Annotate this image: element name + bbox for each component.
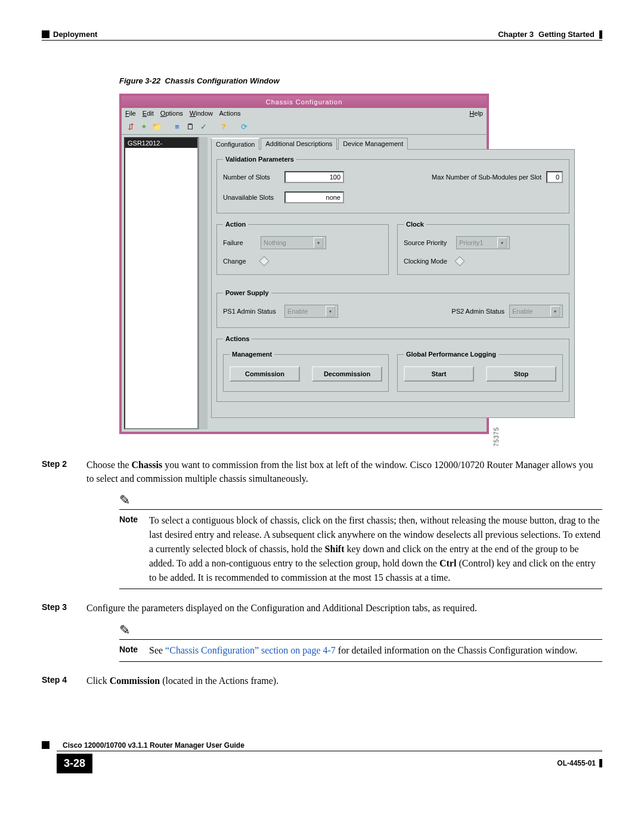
actions-group: Actions Management Commission Decommissi… — [216, 335, 569, 402]
failure-dropdown[interactable]: Nothing ▾ — [261, 236, 326, 249]
step-3: Step 3 Configure the parameters displaye… — [42, 601, 602, 615]
note-label: Note — [119, 643, 149, 658]
cross-reference-link[interactable]: “Chassis Configuration” section on page … — [165, 645, 336, 655]
chassis-listbox[interactable]: GSR12012- — [124, 137, 199, 429]
section-name: Deployment — [53, 30, 97, 39]
menu-options[interactable]: Options — [160, 110, 183, 117]
step-label: Step 3 — [42, 601, 86, 615]
step-body: Choose the Chassis you want to commissio… — [86, 458, 602, 485]
step-body: Configure the parameters displayed on th… — [86, 601, 602, 615]
figure-title: Chassis Configuration Window — [165, 76, 280, 85]
listbox-scrollbar[interactable] — [199, 137, 208, 429]
list-item[interactable]: GSR12012- — [125, 138, 197, 148]
page-number: 3-28 — [57, 754, 92, 773]
clock-legend: Clock — [404, 221, 426, 228]
step-label: Step 4 — [42, 674, 86, 688]
commission-button[interactable]: Commission — [230, 366, 300, 382]
menu-edit[interactable]: Edit — [143, 110, 154, 117]
note-icon: ✎ — [119, 493, 602, 508]
ps1-dropdown[interactable]: Enable ▾ — [284, 305, 338, 318]
chevron-down-icon: ▾ — [314, 237, 323, 248]
validation-parameters-group: Validation Parameters Number of Slots 10… — [216, 156, 569, 213]
tab-device-management[interactable]: Device Management — [338, 138, 408, 150]
clocking-mode-label: Clocking Mode — [404, 258, 451, 265]
stop-button[interactable]: Stop — [486, 366, 556, 382]
change-label: Change — [223, 258, 256, 265]
note-2: ✎ Note See “Chassis Configuration” secti… — [119, 623, 602, 662]
decommission-button[interactable]: Decommission — [312, 366, 382, 382]
figure-label: Figure 3-22 — [119, 76, 160, 85]
menu-help[interactable]: Help — [469, 110, 483, 117]
toolbar-icon-4[interactable]: ≡ — [172, 121, 182, 132]
menu-window[interactable]: Window — [190, 110, 213, 117]
max-sub-label: Max Number of Sub-Modules per Slot — [432, 174, 541, 181]
toolbar-icon-2[interactable]: ✦ — [138, 121, 149, 132]
step-4: Step 4 Click Commission (located in the … — [42, 674, 602, 688]
management-legend: Management — [230, 351, 274, 358]
clocking-mode-toggle[interactable] — [455, 256, 465, 267]
actions-legend: Actions — [223, 335, 252, 342]
tab-configuration[interactable]: Configuration — [211, 138, 259, 150]
menubar: File Edit Options Window Actions Help — [122, 108, 487, 119]
note-label: Note — [119, 513, 149, 585]
note-icon: ✎ — [119, 623, 602, 638]
figure-id-number: 75375 — [493, 427, 500, 447]
step-label: Step 2 — [42, 458, 86, 485]
footer-guide-title: Cisco 12000/10700 v3.1.1 Router Manager … — [57, 741, 602, 751]
start-button[interactable]: Start — [404, 366, 474, 382]
menu-file[interactable]: File — [125, 110, 136, 117]
action-legend: Action — [223, 221, 248, 228]
num-slots-label: Number of Slots — [223, 174, 280, 181]
toolbar-icon-5[interactable]: 🗒 — [185, 121, 196, 132]
chapter-title: Getting Started — [538, 30, 595, 39]
unavail-label: Unavailable Slots — [223, 194, 280, 201]
global-perf-logging-group: Global Performance Logging Start Stop — [397, 351, 563, 392]
window-title: Chassis Configuration — [266, 98, 343, 106]
step-2: Step 2 Choose the Chassis you want to co… — [42, 458, 602, 485]
note-body: To select a contiguous block of chassis,… — [149, 513, 602, 585]
page-header: Deployment Chapter 3 Getting Started — [42, 30, 602, 41]
page-footer: Cisco 12000/10700 v3.1.1 Router Manager … — [42, 741, 602, 773]
gpl-legend: Global Performance Logging — [404, 351, 499, 358]
toolbar-icon-3[interactable]: 📁 — [151, 121, 162, 132]
failure-value: Nothing — [264, 239, 286, 246]
toolbar-icon-1[interactable]: ⇵ — [125, 121, 136, 132]
menu-actions[interactable]: Actions — [219, 110, 240, 117]
src-priority-value: Priority1 — [459, 239, 483, 246]
ps2-dropdown[interactable]: Enable ▾ — [509, 305, 563, 318]
window-titlebar: Chassis Configuration — [122, 96, 487, 108]
doc-id: OL-4455-01 — [557, 759, 596, 767]
toolbar-icon-6[interactable]: ✓ — [198, 121, 209, 132]
ps1-label: PS1 Admin Status — [223, 308, 280, 315]
toolbar-icon-help[interactable]: ? — [218, 121, 229, 132]
max-sub-value: 0 — [546, 171, 563, 183]
header-bar-icon — [599, 30, 602, 39]
toolbar-icon-refresh[interactable]: ⟳ — [239, 121, 249, 132]
figure-caption: Figure 3-22 Chassis Configuration Window — [119, 76, 602, 85]
chapter-number: Chapter 3 — [498, 30, 534, 39]
toolbar: ⇵ ✦ 📁 ≡ 🗒 ✓ ? ⟳ — [122, 119, 487, 135]
note-body: See “Chassis Configuration” section on p… — [149, 643, 602, 658]
unavail-value: none — [284, 191, 344, 203]
failure-label: Failure — [223, 239, 256, 246]
clock-group: Clock Source Priority Priority1 ▾ Clocki… — [397, 221, 569, 275]
chassis-config-window: Chassis Configuration File Edit Options … — [119, 94, 489, 434]
note-1: ✎ Note To select a contiguous block of c… — [119, 493, 602, 589]
ps2-label: PS2 Admin Status — [451, 308, 504, 315]
ps1-value: Enable — [287, 308, 308, 315]
chevron-down-icon: ▾ — [550, 306, 560, 317]
step-body: Click Commission (located in the Actions… — [86, 674, 602, 688]
src-priority-label: Source Priority — [404, 239, 451, 246]
footer-square-icon — [42, 741, 49, 749]
tab-additional-descriptions[interactable]: Additional Descriptions — [261, 138, 337, 150]
chevron-down-icon: ▾ — [497, 237, 507, 248]
ps2-value: Enable — [512, 308, 532, 315]
footer-bar-icon — [599, 759, 602, 767]
src-priority-dropdown[interactable]: Priority1 ▾ — [456, 236, 510, 249]
power-legend: Power Supply — [223, 289, 271, 296]
num-slots-value: 100 — [284, 171, 344, 183]
change-toggle[interactable] — [259, 256, 270, 267]
header-square-icon — [42, 30, 49, 38]
validation-legend: Validation Parameters — [223, 156, 296, 163]
management-group: Management Commission Decommission — [223, 351, 389, 392]
